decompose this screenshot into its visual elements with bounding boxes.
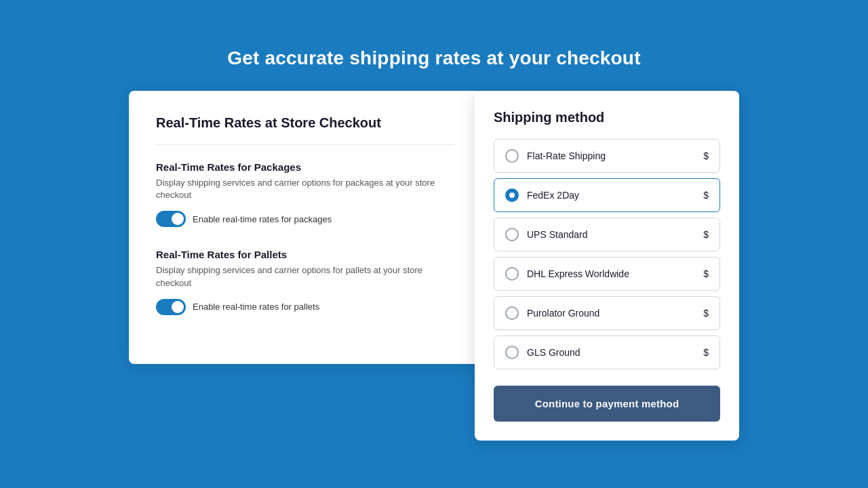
option-name-gls-ground: GLS Ground <box>527 347 580 358</box>
option-name-fedex-2day: FedEx 2Day <box>527 190 579 201</box>
left-card-title: Real-Time Rates at Store Checkout <box>156 115 454 145</box>
radio-flat-rate <box>505 149 519 163</box>
option-name-dhl-express: DHL Express Worldwide <box>527 268 629 279</box>
radio-purolator <box>505 306 519 320</box>
option-price-ups-standard: $ <box>703 229 709 240</box>
shipping-options-list: Flat-Rate Shipping$FedEx 2Day$UPS Standa… <box>494 139 720 375</box>
right-card: Shipping method Flat-Rate Shipping$FedEx… <box>475 91 739 441</box>
left-card: Real-Time Rates at Store Checkout Real-T… <box>129 91 481 364</box>
radio-gls-ground <box>505 346 519 359</box>
radio-ups-standard <box>505 228 519 241</box>
packages-toggle-label: Enable real-time rates for packages <box>193 214 332 224</box>
pallets-heading: Real-Time Rates for Pallets <box>156 249 454 260</box>
pallets-toggle[interactable] <box>156 299 186 315</box>
option-name-ups-standard: UPS Standard <box>527 229 588 240</box>
continue-button[interactable]: Continue to payment method <box>494 386 720 422</box>
shipping-option-ups-standard[interactable]: UPS Standard$ <box>494 218 720 251</box>
radio-fedex-2day <box>505 188 519 202</box>
option-price-flat-rate: $ <box>703 150 709 161</box>
radio-dhl-express <box>505 267 519 281</box>
packages-heading: Real-Time Rates for Packages <box>156 161 454 173</box>
shipping-method-title: Shipping method <box>494 110 720 125</box>
pallets-toggle-label: Enable real-time rates for pallets <box>193 302 319 312</box>
option-price-gls-ground: $ <box>703 347 709 358</box>
packages-section: Real-Time Rates for Packages Display shi… <box>156 161 454 227</box>
shipping-option-dhl-express[interactable]: DHL Express Worldwide$ <box>494 257 720 291</box>
page-title: Get accurate shipping rates at your chec… <box>227 47 640 69</box>
option-name-flat-rate: Flat-Rate Shipping <box>527 150 606 161</box>
shipping-option-fedex-2day[interactable]: FedEx 2Day$ <box>494 178 720 212</box>
shipping-option-gls-ground[interactable]: GLS Ground$ <box>494 336 720 369</box>
option-price-fedex-2day: $ <box>703 190 709 201</box>
packages-toggle-row: Enable real-time rates for packages <box>156 211 454 227</box>
pallets-section: Real-Time Rates for Pallets Display ship… <box>156 249 454 314</box>
packages-toggle[interactable] <box>156 211 186 227</box>
option-price-dhl-express: $ <box>703 268 709 279</box>
shipping-option-flat-rate[interactable]: Flat-Rate Shipping$ <box>494 139 720 173</box>
packages-description: Display shipping services and carrier op… <box>156 177 454 201</box>
option-name-purolator: Purolator Ground <box>527 308 599 319</box>
shipping-option-purolator[interactable]: Purolator Ground$ <box>494 296 720 330</box>
pallets-description: Display shipping services and carrier op… <box>156 264 454 289</box>
cards-container: Real-Time Rates at Store Checkout Real-T… <box>129 91 739 441</box>
option-price-purolator: $ <box>703 308 709 319</box>
pallets-toggle-row: Enable real-time rates for pallets <box>156 299 454 315</box>
